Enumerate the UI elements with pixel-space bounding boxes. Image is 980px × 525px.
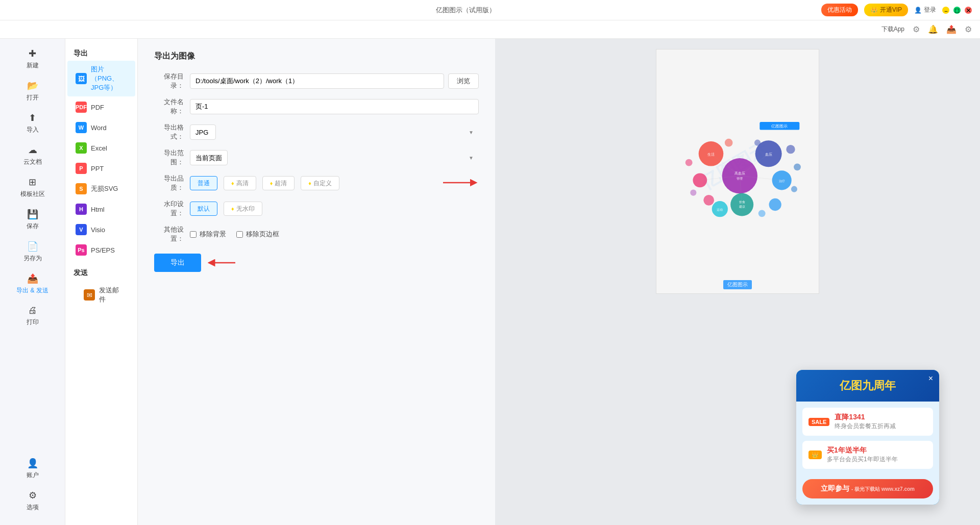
watermark-default-button[interactable]: 默认 <box>190 202 217 216</box>
options-icon: ⚙ <box>29 490 37 501</box>
cloud-icon: ☁ <box>28 144 37 156</box>
sidebar-item-visio[interactable]: V Visio <box>67 220 135 239</box>
arrow-container <box>438 177 479 190</box>
remove-bg-checkbox[interactable]: 移除背景 <box>190 230 226 239</box>
vip-label: 开通VIP <box>880 6 902 14</box>
arrow-indicator <box>438 177 479 189</box>
sidebar-item-import[interactable]: ⬆ 导入 <box>0 107 65 139</box>
svg-point-21 <box>794 163 801 170</box>
close-button[interactable]: ✕ <box>965 7 972 14</box>
filename-input[interactable] <box>190 99 479 114</box>
remove-border-input[interactable] <box>236 231 243 238</box>
login-button[interactable]: 👤 登录 <box>914 6 936 14</box>
settings-icon[interactable]: ⚙ <box>913 24 920 34</box>
range-select[interactable]: 当前页面 所有页面 选中内容 <box>190 150 228 165</box>
promo-card-1-title: 直降1341 <box>835 413 927 422</box>
notification-icon[interactable]: 🔔 <box>928 24 938 34</box>
sidebar-item-email[interactable]: ✉ 发送邮件 <box>76 282 127 308</box>
sidebar-item-print[interactable]: 🖨 打印 <box>0 300 65 332</box>
html-icon: H <box>76 204 87 215</box>
quality-custom-button[interactable]: ♦ 自定义 <box>301 176 339 190</box>
svg-point-32 <box>758 210 766 217</box>
watermark-site: - 极光下载站 www.xz7.com <box>851 486 915 492</box>
maximize-button[interactable]: □ <box>953 7 961 14</box>
format-select[interactable]: JPG PNG BMP SVG PDF <box>190 124 216 140</box>
svg-point-31 <box>725 139 733 147</box>
export-panel: 导出为图像 保存目录： 浏览 文件名称： 导出格式： JPG <box>138 39 495 525</box>
gear-icon[interactable]: ⚙ <box>965 24 972 34</box>
sidebar-wide: 导出 🖼 图片（PNG、JPG等） PDF PDF W Word X Excel… <box>65 39 138 525</box>
options-label: 选项 <box>27 503 39 512</box>
import-icon: ⬆ <box>29 112 36 123</box>
sidebar-item-new[interactable]: ✚ 新建 <box>0 43 65 75</box>
sidebar-item-word[interactable]: W Word <box>67 118 135 137</box>
sidebar-item-cloud[interactable]: ☁ 云文档 <box>0 139 65 171</box>
sidebar-item-svg[interactable]: S 无损SVG <box>67 179 135 198</box>
save-dir-input[interactable] <box>190 73 444 89</box>
share-icon[interactable]: 📤 <box>946 24 957 34</box>
quality-hd-button[interactable]: ♦ 高清 <box>224 176 256 190</box>
window-controls: － □ ✕ <box>942 7 972 14</box>
filename-row: 文件名称： <box>154 97 479 116</box>
remove-border-checkbox[interactable]: 移除页边框 <box>236 230 279 239</box>
html-label: Html <box>91 206 105 213</box>
visio-label: Visio <box>91 226 105 234</box>
email-icon: ✉ <box>84 289 95 301</box>
svg-text:血压: 血压 <box>765 153 772 156</box>
format-row: 导出格式： JPG PNG BMP SVG PDF <box>154 123 479 141</box>
import-label: 导入 <box>27 126 39 134</box>
sidebar-item-pdf[interactable]: PDF PDF <box>67 97 135 117</box>
sidebar-item-excel[interactable]: X Excel <box>67 138 135 158</box>
format-select-wrapper: JPG PNG BMP SVG PDF <box>190 124 479 140</box>
sidebar-item-template[interactable]: ⊞ 模板社区 <box>0 171 65 204</box>
login-label: 登录 <box>924 6 936 14</box>
svg-point-22 <box>791 186 797 192</box>
range-row: 导出范围： 当前页面 所有页面 选中内容 <box>154 148 479 167</box>
vip-button[interactable]: 👑 开通VIP <box>864 4 908 16</box>
export-arrow-indicator <box>207 257 238 269</box>
sidebar-item-pseps[interactable]: Ps PS/EPS <box>67 240 135 260</box>
sidebar-item-options[interactable]: ⚙ 选项 <box>0 485 65 517</box>
bubble-chart: 亿图图示 亿图图示 高血压 管理 生活 <box>671 115 804 228</box>
remove-bg-input[interactable] <box>190 231 197 238</box>
quality-normal-button[interactable]: 普通 <box>190 176 217 190</box>
quality-options: 普通 ♦ 高清 ♦ 超清 ♦ 自定义 <box>190 176 428 190</box>
pdf-icon: PDF <box>76 102 87 113</box>
sidebar-item-account[interactable]: 👤 账户 <box>0 453 65 485</box>
sidebar-item-ppt[interactable]: P PPT <box>67 159 135 178</box>
promo-button[interactable]: 优惠活动 <box>821 4 858 16</box>
diamond-icon-3: ♦ <box>308 180 311 186</box>
sidebar-item-image[interactable]: 🖼 图片（PNG、JPG等） <box>67 61 135 96</box>
svg-text:管理: 管理 <box>737 177 743 180</box>
quality-label: 导出品质： <box>154 174 190 192</box>
minimize-button[interactable]: － <box>942 7 949 14</box>
open-label: 打开 <box>27 93 39 102</box>
promo-footer: 立即参与 - 极光下载站 www.xz7.com <box>796 475 939 505</box>
join-button[interactable]: 立即参与 - 极光下载站 www.xz7.com <box>802 479 933 498</box>
template-label: 模板社区 <box>20 190 45 198</box>
new-icon: ✚ <box>29 48 36 59</box>
svg-icon: S <box>76 183 87 194</box>
svg-text:建议: 建议 <box>739 205 745 208</box>
other-label: 其他设置： <box>154 225 190 243</box>
sale-badge: SALE <box>808 418 829 426</box>
excel-icon: X <box>76 142 87 154</box>
promo-close-button[interactable]: × <box>928 374 933 383</box>
template-icon: ⊞ <box>29 177 36 188</box>
download-app-link[interactable]: 下载App <box>881 25 904 34</box>
sidebar-item-open[interactable]: 📂 打开 <box>0 75 65 107</box>
app-title: 亿图图示（试用版） <box>436 6 496 15</box>
sidebar-item-html[interactable]: H Html <box>67 199 135 219</box>
sidebar-item-saveas[interactable]: 📄 另存为 <box>0 236 65 268</box>
sidebar-item-export[interactable]: 📤 导出 & 发送 <box>0 268 65 300</box>
export-button[interactable]: 导出 <box>154 254 201 272</box>
saveas-label: 另存为 <box>23 254 42 263</box>
browse-button[interactable]: 浏览 <box>448 73 479 89</box>
watermark-none-button[interactable]: ♦ 无水印 <box>224 202 262 216</box>
promo-card-2-info: 买1年送半年 多平台会员买1年即送半年 <box>827 446 927 464</box>
join-label: 立即参与 <box>821 484 849 492</box>
quality-uhd-button[interactable]: ♦ 超清 <box>262 176 295 190</box>
watermark-row: 水印设置： 默认 ♦ 无水印 <box>154 199 479 218</box>
sidebar-item-save[interactable]: 💾 保存 <box>0 204 65 236</box>
diamond-icon: ♦ <box>231 180 234 186</box>
